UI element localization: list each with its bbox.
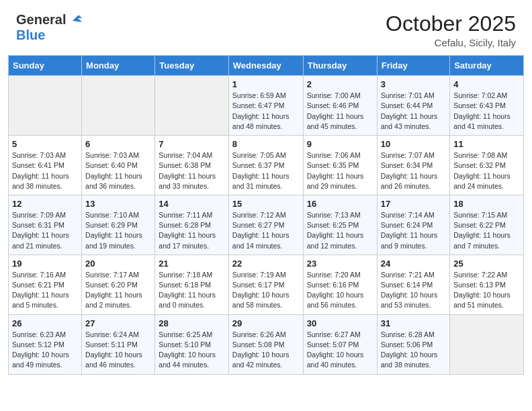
week-row-2: 12Sunrise: 7:09 AMSunset: 6:31 PMDayligh… — [9, 195, 524, 255]
day-cell: 31Sunrise: 6:28 AMSunset: 5:06 PMDayligh… — [377, 314, 450, 374]
day-info: Sunrise: 7:12 AMSunset: 6:27 PMDaylight:… — [232, 210, 300, 251]
day-info: Sunrise: 7:07 AMSunset: 6:34 PMDaylight:… — [381, 150, 447, 191]
day-info: Sunrise: 7:15 AMSunset: 6:22 PMDaylight:… — [453, 210, 520, 251]
day-cell: 3Sunrise: 7:01 AMSunset: 6:44 PMDaylight… — [377, 76, 450, 136]
day-number: 8 — [232, 139, 300, 149]
header-cell-friday: Friday — [377, 56, 450, 76]
day-info: Sunrise: 7:06 AMSunset: 6:35 PMDaylight:… — [307, 150, 373, 191]
day-number: 23 — [307, 259, 373, 269]
day-number: 7 — [159, 139, 224, 149]
day-info: Sunrise: 7:10 AMSunset: 6:29 PMDaylight:… — [85, 210, 151, 251]
day-number: 15 — [232, 199, 300, 209]
day-cell: 24Sunrise: 7:21 AMSunset: 6:14 PMDayligh… — [377, 255, 450, 314]
day-cell: 21Sunrise: 7:18 AMSunset: 6:18 PMDayligh… — [155, 255, 228, 314]
day-cell: 8Sunrise: 7:05 AMSunset: 6:37 PMDaylight… — [228, 136, 303, 195]
day-info: Sunrise: 7:01 AMSunset: 6:44 PMDaylight:… — [381, 91, 447, 132]
day-number: 2 — [307, 79, 373, 89]
day-cell: 16Sunrise: 7:13 AMSunset: 6:25 PMDayligh… — [303, 195, 377, 255]
day-cell: 4Sunrise: 7:02 AMSunset: 6:43 PMDaylight… — [450, 76, 524, 136]
day-cell: 15Sunrise: 7:12 AMSunset: 6:27 PMDayligh… — [228, 195, 303, 255]
logo: General Blue — [16, 12, 83, 43]
day-number: 5 — [12, 139, 78, 149]
day-cell — [9, 76, 82, 136]
day-number: 12 — [12, 199, 78, 209]
day-info: Sunrise: 7:05 AMSunset: 6:37 PMDaylight:… — [232, 150, 300, 191]
day-number: 9 — [307, 139, 373, 149]
day-info: Sunrise: 7:17 AMSunset: 6:20 PMDaylight:… — [85, 270, 151, 311]
day-number: 6 — [85, 139, 151, 149]
logo-general-text: General — [16, 12, 66, 28]
day-number: 22 — [232, 259, 300, 269]
day-info: Sunrise: 7:09 AMSunset: 6:31 PMDaylight:… — [12, 210, 78, 251]
header-cell-wednesday: Wednesday — [228, 56, 303, 76]
day-info: Sunrise: 7:14 AMSunset: 6:24 PMDaylight:… — [381, 210, 447, 251]
day-number: 30 — [307, 318, 373, 328]
logo-blue-text: Blue — [16, 28, 45, 43]
header-cell-thursday: Thursday — [303, 56, 377, 76]
day-info: Sunrise: 7:02 AMSunset: 6:43 PMDaylight:… — [453, 91, 520, 132]
day-info: Sunrise: 7:21 AMSunset: 6:14 PMDaylight:… — [381, 270, 447, 311]
day-cell: 23Sunrise: 7:20 AMSunset: 6:16 PMDayligh… — [303, 255, 377, 314]
day-info: Sunrise: 7:18 AMSunset: 6:18 PMDaylight:… — [159, 270, 224, 311]
day-info: Sunrise: 7:16 AMSunset: 6:21 PMDaylight:… — [12, 270, 78, 311]
day-number: 13 — [85, 199, 151, 209]
day-cell: 26Sunrise: 6:23 AMSunset: 5:12 PMDayligh… — [9, 314, 82, 374]
header-cell-monday: Monday — [82, 56, 155, 76]
day-number: 24 — [381, 259, 447, 269]
day-cell: 10Sunrise: 7:07 AMSunset: 6:34 PMDayligh… — [377, 136, 450, 195]
day-cell: 11Sunrise: 7:08 AMSunset: 6:32 PMDayligh… — [450, 136, 524, 195]
day-number: 27 — [85, 318, 151, 328]
day-cell — [82, 76, 155, 136]
day-cell: 5Sunrise: 7:03 AMSunset: 6:41 PMDaylight… — [9, 136, 82, 195]
day-cell: 13Sunrise: 7:10 AMSunset: 6:29 PMDayligh… — [82, 195, 155, 255]
day-cell: 12Sunrise: 7:09 AMSunset: 6:31 PMDayligh… — [9, 195, 82, 255]
day-number: 11 — [453, 139, 520, 149]
day-number: 31 — [381, 318, 447, 328]
day-cell: 14Sunrise: 7:11 AMSunset: 6:28 PMDayligh… — [155, 195, 228, 255]
day-info: Sunrise: 7:19 AMSunset: 6:17 PMDaylight:… — [232, 270, 300, 311]
day-cell: 17Sunrise: 7:14 AMSunset: 6:24 PMDayligh… — [377, 195, 450, 255]
week-row-1: 5Sunrise: 7:03 AMSunset: 6:41 PMDaylight… — [9, 136, 524, 195]
week-row-4: 26Sunrise: 6:23 AMSunset: 5:12 PMDayligh… — [9, 314, 524, 374]
calendar-wrapper: SundayMondayTuesdayWednesdayThursdayFrid… — [0, 55, 532, 382]
day-number: 28 — [159, 318, 224, 328]
day-cell: 9Sunrise: 7:06 AMSunset: 6:35 PMDaylight… — [303, 136, 377, 195]
day-cell: 29Sunrise: 6:26 AMSunset: 5:08 PMDayligh… — [228, 314, 303, 374]
day-info: Sunrise: 7:13 AMSunset: 6:25 PMDaylight:… — [307, 210, 373, 251]
day-info: Sunrise: 7:11 AMSunset: 6:28 PMDaylight:… — [159, 210, 224, 251]
week-row-0: 1Sunrise: 6:59 AMSunset: 6:47 PMDaylight… — [9, 76, 524, 136]
header-row: SundayMondayTuesdayWednesdayThursdayFrid… — [9, 56, 524, 76]
day-cell: 1Sunrise: 6:59 AMSunset: 6:47 PMDaylight… — [228, 76, 303, 136]
day-cell: 19Sunrise: 7:16 AMSunset: 6:21 PMDayligh… — [9, 255, 82, 314]
day-cell: 28Sunrise: 6:25 AMSunset: 5:10 PMDayligh… — [155, 314, 228, 374]
header-cell-tuesday: Tuesday — [155, 56, 228, 76]
day-number: 16 — [307, 199, 373, 209]
day-info: Sunrise: 6:25 AMSunset: 5:10 PMDaylight:… — [159, 330, 224, 371]
logo-bird-icon — [69, 11, 83, 26]
svg-marker-0 — [73, 15, 82, 22]
day-number: 19 — [12, 259, 78, 269]
day-info: Sunrise: 6:27 AMSunset: 5:07 PMDaylight:… — [307, 330, 373, 371]
day-number: 4 — [453, 79, 520, 89]
week-row-3: 19Sunrise: 7:16 AMSunset: 6:21 PMDayligh… — [9, 255, 524, 314]
day-info: Sunrise: 7:03 AMSunset: 6:40 PMDaylight:… — [85, 150, 151, 191]
day-number: 1 — [232, 79, 300, 89]
day-number: 29 — [232, 318, 300, 328]
day-info: Sunrise: 7:22 AMSunset: 6:13 PMDaylight:… — [453, 270, 520, 311]
day-cell: 2Sunrise: 7:00 AMSunset: 6:46 PMDaylight… — [303, 76, 377, 136]
day-number: 25 — [453, 259, 520, 269]
day-number: 14 — [159, 199, 224, 209]
day-info: Sunrise: 6:23 AMSunset: 5:12 PMDaylight:… — [12, 330, 78, 371]
day-info: Sunrise: 7:08 AMSunset: 6:32 PMDaylight:… — [453, 150, 520, 191]
day-info: Sunrise: 6:59 AMSunset: 6:47 PMDaylight:… — [232, 91, 300, 132]
day-info: Sunrise: 7:04 AMSunset: 6:38 PMDaylight:… — [159, 150, 224, 191]
day-cell: 20Sunrise: 7:17 AMSunset: 6:20 PMDayligh… — [82, 255, 155, 314]
day-cell: 6Sunrise: 7:03 AMSunset: 6:40 PMDaylight… — [82, 136, 155, 195]
day-cell: 22Sunrise: 7:19 AMSunset: 6:17 PMDayligh… — [228, 255, 303, 314]
header-cell-sunday: Sunday — [9, 56, 82, 76]
day-info: Sunrise: 7:03 AMSunset: 6:41 PMDaylight:… — [12, 150, 78, 191]
calendar-table: SundayMondayTuesdayWednesdayThursdayFrid… — [8, 55, 524, 374]
day-cell: 7Sunrise: 7:04 AMSunset: 6:38 PMDaylight… — [155, 136, 228, 195]
day-info: Sunrise: 6:24 AMSunset: 5:11 PMDaylight:… — [85, 330, 151, 371]
day-cell: 18Sunrise: 7:15 AMSunset: 6:22 PMDayligh… — [450, 195, 524, 255]
